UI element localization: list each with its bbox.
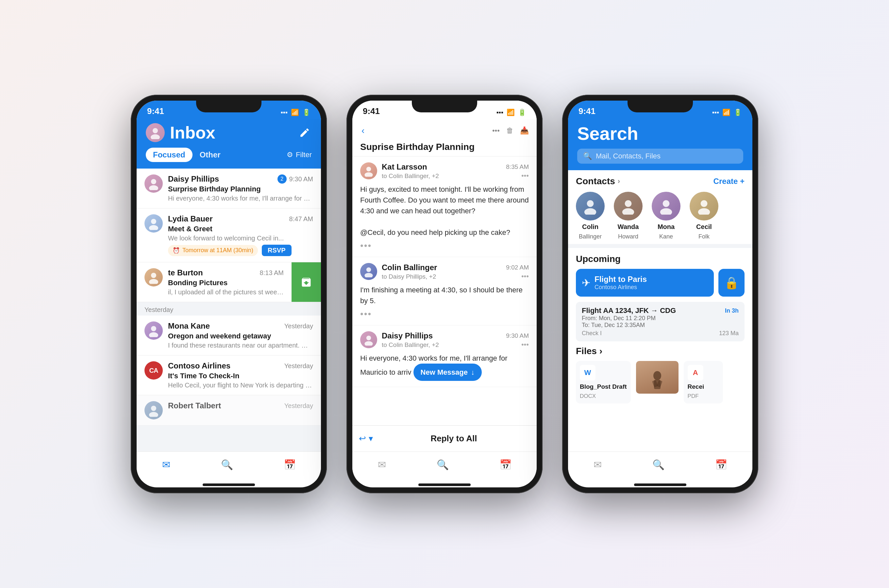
more-daisy[interactable]: •••	[521, 340, 529, 349]
more-kat[interactable]: •••	[521, 171, 529, 180]
signal-icon-2: ▪▪▪	[497, 109, 503, 116]
nav-mail-phone3[interactable]: ✉	[593, 459, 602, 470]
reply-bar: ↩ ▾ Reply to All	[352, 425, 537, 452]
rsvp-button[interactable]: RSVP	[262, 244, 291, 256]
nav-calendar-phone1[interactable]: 📅	[284, 459, 296, 470]
email-item-contoso[interactable]: CA Contoso Airlines Yesterday It's Time …	[137, 356, 321, 395]
svg-point-1	[151, 134, 160, 139]
home-indicator	[203, 483, 255, 486]
contact-name-colin: Colin	[582, 223, 598, 231]
more-colin[interactable]: •••	[521, 272, 529, 280]
body-daisy: Hi everyone, 4:30 works for me, I'll arr…	[360, 353, 529, 381]
file-docx[interactable]: W Blog_Post Draft DOCX	[576, 361, 631, 404]
nav-search-phone3[interactable]: 🔍	[652, 459, 664, 470]
search-placeholder: Mail, Contacts, Files	[596, 152, 661, 160]
message-colin[interactable]: Colin Ballinger 9:02 AM to Daisy Phillip…	[352, 257, 537, 326]
home-indicator-3	[634, 483, 686, 486]
search-body: Contacts › Create + Colin Ballinger	[568, 170, 752, 452]
calendar-icon: 📅	[284, 459, 296, 470]
flight-from: From: Mon, Dec 11 2:20 PM	[582, 315, 739, 322]
search-input-wrap[interactable]: 🔍 Mail, Contacts, Files	[577, 148, 743, 164]
calendar-icon-2: 📅	[499, 459, 512, 470]
delete-icon[interactable]: 🗑	[506, 126, 514, 135]
word-icon: W	[580, 365, 596, 381]
filter-button[interactable]: ⚙ Filter	[287, 151, 312, 159]
file-thumbnail[interactable]	[636, 361, 679, 394]
contact-wanda[interactable]: Wanda Howard	[614, 192, 643, 240]
preview-mona: I found these restaurants near our apart…	[168, 342, 313, 349]
reply-button[interactable]: ↩ ▾	[359, 434, 373, 444]
nav-search-phone2[interactable]: 🔍	[437, 459, 449, 470]
svg-point-7	[149, 279, 158, 284]
svg-point-16	[366, 336, 371, 340]
file-name-docx: Blog_Post Draft	[580, 383, 627, 390]
search-icon: 🔍	[221, 459, 233, 470]
email-item-burton[interactable]: te Burton 8:13 AM Bonding Pictures il, I…	[137, 262, 291, 302]
signal-icon: ▪▪▪	[281, 109, 288, 116]
svg-point-0	[153, 128, 158, 133]
thread-header: ‹ ••• 🗑 📥 Suprise Birthday Planning	[352, 119, 537, 156]
email-item-daisy[interactable]: Daisy Phillips 2 9:30 AM Surprise Birthd…	[137, 168, 321, 208]
file-pdf[interactable]: A Recei PDF	[684, 361, 723, 404]
nav-calendar-phone3[interactable]: 📅	[715, 459, 727, 470]
status-time-2: 9:41	[363, 106, 380, 116]
new-message-badge[interactable]: New Message ↓	[413, 364, 482, 381]
nav-search-phone1[interactable]: 🔍	[221, 459, 233, 470]
svg-point-12	[366, 166, 371, 171]
file-type-docx: DOCX	[580, 393, 627, 399]
expand-colin[interactable]: •••	[360, 309, 529, 319]
chevron-icon: ›	[618, 177, 620, 186]
contacts-section: Contacts › Create + Colin Ballinger	[568, 170, 752, 244]
avatar-robert	[144, 401, 163, 420]
svg-point-3	[149, 185, 158, 190]
nav-mail-phone1[interactable]: ✉	[162, 459, 170, 470]
filter-icon: ⚙	[287, 151, 293, 159]
contact-colin[interactable]: Colin Ballinger	[576, 192, 605, 240]
sender-lydia: Lydia Bauer	[168, 214, 213, 224]
mail-icon-2: ✉	[378, 459, 386, 470]
message-daisy[interactable]: Daisy Phillips 9:30 AM to Colin Ballinge…	[352, 326, 537, 387]
email-item-mona[interactable]: Mona Kane Yesterday Oregon and weekend g…	[137, 315, 321, 356]
create-button[interactable]: Create +	[713, 177, 745, 186]
focused-tab[interactable]: Focused	[146, 148, 192, 162]
user-avatar[interactable]	[146, 123, 165, 142]
more-icon[interactable]: •••	[492, 126, 500, 135]
file-type-pdf: PDF	[688, 393, 719, 399]
avatar-wanda	[614, 192, 643, 220]
reply-all-label[interactable]: Reply to All	[377, 434, 530, 444]
status-icons-2: ▪▪▪ 📶 🔋	[497, 108, 526, 116]
back-button[interactable]: ‹	[360, 124, 366, 137]
calendar-icon-3: 📅	[715, 459, 727, 470]
nav-calendar-phone2[interactable]: 📅	[499, 459, 512, 470]
contact-name-cecil: Cecil	[696, 223, 712, 231]
archive-icon[interactable]: 📥	[520, 126, 529, 135]
swipe-archive[interactable]	[291, 262, 321, 302]
expand-kat[interactable]: •••	[360, 240, 529, 251]
search-title: Search	[577, 123, 743, 144]
email-item-lydia[interactable]: Lydia Bauer 8:47 AM Meet & Greet We look…	[137, 208, 321, 262]
wifi-icon: 📶	[291, 108, 299, 116]
compose-button[interactable]	[297, 126, 312, 140]
email-item-robert[interactable]: Robert Talbert Yesterday	[137, 395, 321, 426]
svg-point-24	[701, 200, 707, 207]
contact-lastname-mona-s: Kane	[659, 233, 673, 240]
check-label: Check I	[582, 330, 602, 337]
flight-card-lock[interactable]: 🔒	[718, 269, 745, 297]
flight-to: To: Tue, Dec 12 3:35AM	[582, 322, 739, 328]
phone-search: 9:41 ▪▪▪ 📶 🔋 Search 🔍 Mail, Contacts, Fi…	[562, 95, 758, 493]
other-tab[interactable]: Other	[192, 148, 228, 162]
flight-card-paris[interactable]: ✈ Flight to Paris Contoso Airlines	[576, 269, 714, 297]
contact-name-mona-s: Mona	[658, 223, 674, 231]
status-time: 9:41	[147, 106, 164, 116]
reply-dropdown[interactable]: ▾	[369, 434, 373, 444]
nav-mail-phone2[interactable]: ✉	[378, 459, 386, 470]
contact-mona-s[interactable]: Mona Kane	[652, 192, 680, 240]
flight-in: In 3h	[725, 308, 739, 314]
contact-cecil[interactable]: Cecil Folk	[689, 192, 718, 240]
avatar-lydia	[144, 214, 163, 232]
preview-lydia: We look forward to welcoming Cecil in...	[168, 234, 313, 242]
subject-burton: Bonding Pictures	[168, 279, 284, 287]
avatar-burton	[144, 268, 163, 286]
preview-contoso: Hello Cecil, your flight to New York is …	[168, 381, 313, 389]
message-kat[interactable]: Kat Larsson 8:35 AM to Colin Ballinger, …	[352, 156, 537, 257]
